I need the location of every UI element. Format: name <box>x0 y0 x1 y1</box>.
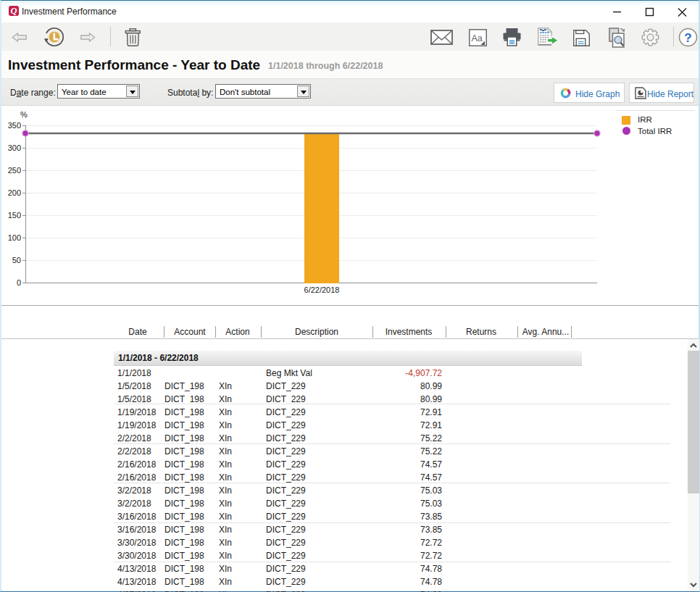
svg-text:Total IRR: Total IRR <box>638 127 672 136</box>
svg-text:100: 100 <box>8 233 21 242</box>
svg-text:250: 250 <box>8 166 21 175</box>
svg-text:6/22/2018: 6/22/2018 <box>304 285 340 294</box>
svg-text:150: 150 <box>8 211 21 220</box>
svg-text:50: 50 <box>12 256 21 264</box>
svg-text:?: ? <box>684 31 691 45</box>
svg-text:200: 200 <box>8 188 21 197</box>
svg-text:IRR: IRR <box>638 115 652 124</box>
svg-text:%: % <box>20 110 28 119</box>
svg-text:0: 0 <box>17 278 21 287</box>
svg-text:350: 350 <box>8 121 21 130</box>
svg-text:Aa: Aa <box>471 33 482 43</box>
svg-text:300: 300 <box>8 143 21 152</box>
